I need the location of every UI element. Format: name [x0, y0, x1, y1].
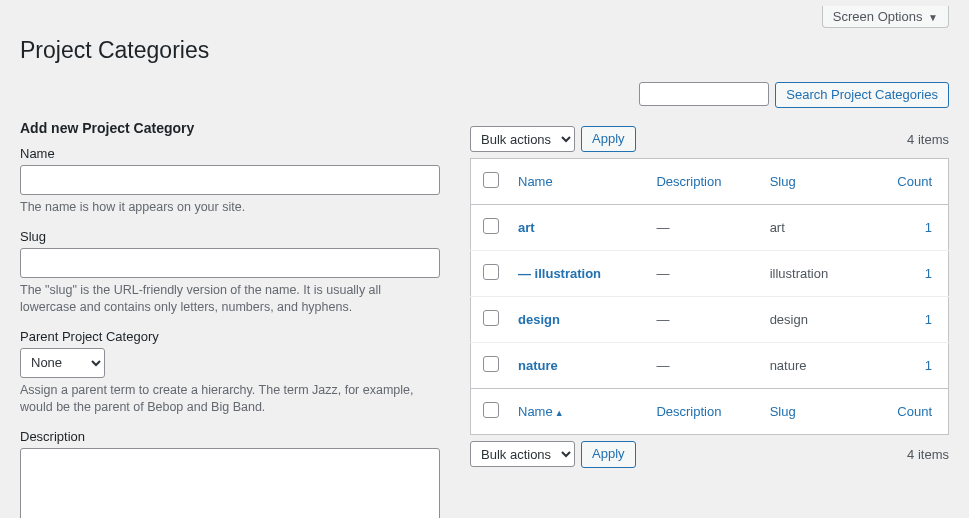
items-count-bottom: 4 items — [907, 447, 949, 462]
bulk-actions-select-bottom[interactable]: Bulk actions — [470, 441, 575, 467]
sort-caret-icon: ▲ — [555, 408, 564, 418]
items-count-top: 4 items — [907, 132, 949, 147]
select-all-bottom[interactable] — [483, 402, 499, 418]
table-row: nature—nature1 — [471, 343, 949, 389]
table-row: art—art1 — [471, 205, 949, 251]
form-heading: Add new Project Category — [20, 120, 440, 136]
name-label: Name — [20, 146, 440, 161]
slug-label: Slug — [20, 229, 440, 244]
col-slug-footer[interactable]: Slug — [762, 389, 866, 435]
categories-table: Name Description Slug Count art—art1— il… — [470, 158, 949, 435]
row-name-link[interactable]: nature — [518, 358, 558, 373]
search-input[interactable] — [639, 82, 769, 106]
row-description: — — [656, 358, 669, 373]
bulk-actions-select-top[interactable]: Bulk actions — [470, 126, 575, 152]
screen-options-button[interactable]: Screen Options ▼ — [822, 6, 949, 28]
screen-options-label: Screen Options — [833, 9, 923, 24]
col-slug-header[interactable]: Slug — [762, 159, 866, 205]
row-name-link[interactable]: design — [518, 312, 560, 327]
col-name-footer[interactable]: Name▲ — [510, 389, 648, 435]
row-count-link[interactable]: 1 — [925, 358, 932, 373]
row-name-link[interactable]: — illustration — [518, 266, 601, 281]
row-slug: art — [770, 220, 785, 235]
row-count-link[interactable]: 1 — [925, 312, 932, 327]
row-slug: nature — [770, 358, 807, 373]
page-title: Project Categories — [20, 28, 949, 68]
row-description: — — [656, 312, 669, 327]
row-count-link[interactable]: 1 — [925, 266, 932, 281]
col-count-header[interactable]: Count — [866, 159, 949, 205]
description-label: Description — [20, 429, 440, 444]
row-checkbox[interactable] — [483, 310, 499, 326]
table-row: design—design1 — [471, 297, 949, 343]
row-checkbox[interactable] — [483, 218, 499, 234]
apply-button-bottom[interactable]: Apply — [581, 441, 636, 467]
name-input[interactable] — [20, 165, 440, 195]
name-help: The name is how it appears on your site. — [20, 199, 440, 217]
search-button[interactable]: Search Project Categories — [775, 82, 949, 108]
parent-help: Assign a parent term to create a hierarc… — [20, 382, 440, 417]
slug-input[interactable] — [20, 248, 440, 278]
row-description: — — [656, 220, 669, 235]
apply-button-top[interactable]: Apply — [581, 126, 636, 152]
chevron-down-icon: ▼ — [928, 12, 938, 23]
table-row: — illustration—illustration1 — [471, 251, 949, 297]
row-name-link[interactable]: art — [518, 220, 535, 235]
description-textarea[interactable] — [20, 448, 440, 518]
col-description-footer[interactable]: Description — [648, 389, 761, 435]
row-checkbox[interactable] — [483, 356, 499, 372]
row-slug: design — [770, 312, 808, 327]
select-all-top[interactable] — [483, 172, 499, 188]
row-count-link[interactable]: 1 — [925, 220, 932, 235]
col-name-header[interactable]: Name — [510, 159, 648, 205]
row-slug: illustration — [770, 266, 829, 281]
parent-select[interactable]: None — [20, 348, 105, 378]
col-description-header[interactable]: Description — [648, 159, 761, 205]
col-count-footer[interactable]: Count — [866, 389, 949, 435]
parent-label: Parent Project Category — [20, 329, 440, 344]
row-checkbox[interactable] — [483, 264, 499, 280]
row-description: — — [656, 266, 669, 281]
slug-help: The "slug" is the URL-friendly version o… — [20, 282, 440, 317]
